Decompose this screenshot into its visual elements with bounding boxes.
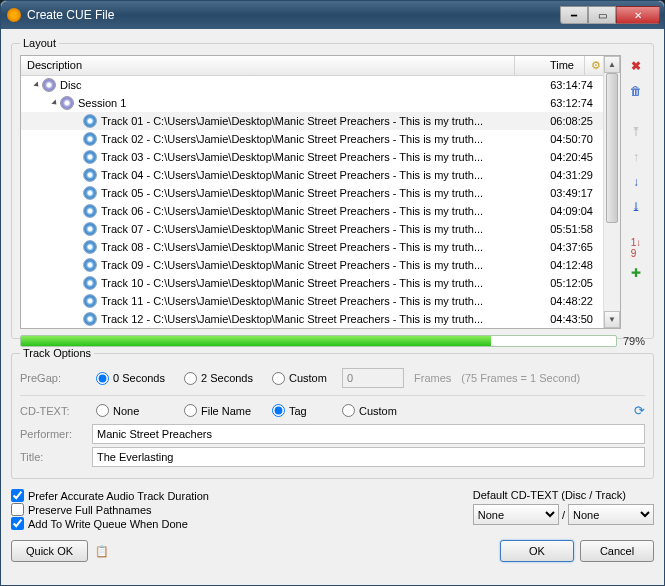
track-icon — [83, 114, 97, 128]
maximize-button[interactable]: ▭ — [588, 6, 616, 24]
session-icon — [60, 96, 74, 110]
track-row[interactable]: Track 05 - C:\Users\Jamie\Desktop\Manic … — [21, 184, 603, 202]
scroll-down-button[interactable]: ▼ — [604, 311, 620, 328]
track-icon — [83, 240, 97, 254]
track-row[interactable]: Track 03 - C:\Users\Jamie\Desktop\Manic … — [21, 148, 603, 166]
minimize-button[interactable]: ━ — [560, 6, 588, 24]
recycle-icon[interactable]: 🗑 — [628, 82, 645, 99]
titlebar: Create CUE File ━ ▭ ✕ — [1, 1, 664, 29]
add-icon[interactable]: ✚ — [628, 264, 645, 281]
add-to-queue-checkbox[interactable]: Add To Write Queue When Done — [11, 517, 209, 530]
cdtext-none-radio[interactable]: None — [96, 404, 174, 417]
move-bottom-icon[interactable]: ⤓ — [628, 198, 645, 215]
col-actions: ⚙ — [585, 56, 603, 75]
scroll-up-button[interactable]: ▲ — [604, 56, 620, 73]
track-row[interactable]: Track 04 - C:\Users\Jamie\Desktop\Manic … — [21, 166, 603, 184]
default-cdtext-label: Default CD-TEXT (Disc / Track) — [473, 489, 654, 501]
cdtext-label: CD-TEXT: — [20, 405, 86, 417]
pregap-0-radio[interactable]: 0 Seconds — [96, 372, 174, 385]
app-icon — [7, 8, 21, 22]
delete-icon[interactable]: ✖ — [628, 57, 645, 74]
title-input[interactable] — [92, 447, 645, 467]
track-icon — [83, 150, 97, 164]
preserve-pathnames-checkbox[interactable]: Preserve Full Pathnames — [11, 503, 209, 516]
refresh-icon[interactable]: ⟳ — [634, 403, 645, 418]
sort-icon[interactable]: 1↓9 — [628, 239, 645, 256]
default-cdtext-disc-select[interactable]: None — [473, 504, 559, 525]
frames-hint: (75 Frames = 1 Second) — [461, 372, 580, 384]
track-row[interactable]: Track 07 - C:\Users\Jamie\Desktop\Manic … — [21, 220, 603, 238]
track-icon — [83, 186, 97, 200]
window-title: Create CUE File — [27, 8, 560, 22]
scroll-thumb[interactable] — [606, 73, 618, 223]
default-cdtext-track-select[interactable]: None — [568, 504, 654, 525]
move-up-icon[interactable]: ↑ — [628, 148, 645, 165]
track-icon — [83, 294, 97, 308]
track-options-group: Track Options PreGap: 0 Seconds 2 Second… — [11, 347, 654, 479]
track-icon — [83, 312, 97, 326]
track-row[interactable]: Track 09 - C:\Users\Jamie\Desktop\Manic … — [21, 256, 603, 274]
ok-button[interactable]: OK — [500, 540, 574, 562]
track-row[interactable]: Track 08 - C:\Users\Jamie\Desktop\Manic … — [21, 238, 603, 256]
track-icon — [83, 258, 97, 272]
track-row[interactable]: Track 01 - C:\Users\Jamie\Desktop\Manic … — [21, 112, 603, 130]
track-icon — [83, 204, 97, 218]
cdtext-custom-radio[interactable]: Custom — [342, 404, 420, 417]
performer-input[interactable] — [92, 424, 645, 444]
disc-icon — [42, 78, 56, 92]
move-down-icon[interactable]: ↓ — [628, 173, 645, 190]
track-icon — [83, 132, 97, 146]
title-label: Title: — [20, 451, 86, 463]
track-options-legend: Track Options — [20, 347, 94, 359]
layout-group: Layout Description Time ⚙ Disc63:14:74Se… — [11, 37, 654, 339]
pregap-label: PreGap: — [20, 372, 86, 384]
progress-percent: 79% — [623, 335, 645, 347]
col-description[interactable]: Description — [21, 56, 515, 75]
quick-ok-button[interactable]: Quick OK — [11, 540, 88, 562]
col-time[interactable]: Time — [515, 56, 585, 75]
cdtext-tag-radio[interactable]: Tag — [272, 404, 332, 417]
track-icon — [83, 168, 97, 182]
track-row[interactable]: Track 02 - C:\Users\Jamie\Desktop\Manic … — [21, 130, 603, 148]
track-row[interactable]: Track 12 - C:\Users\Jamie\Desktop\Manic … — [21, 310, 603, 328]
performer-label: Performer: — [20, 428, 86, 440]
track-row[interactable]: Track 06 - C:\Users\Jamie\Desktop\Manic … — [21, 202, 603, 220]
track-icon — [83, 222, 97, 236]
layout-legend: Layout — [20, 37, 59, 49]
clipboard-icon[interactable]: 📋 — [94, 543, 110, 559]
move-top-icon[interactable]: ⤒ — [628, 123, 645, 140]
pregap-2-radio[interactable]: 2 Seconds — [184, 372, 262, 385]
disc-row[interactable]: Disc63:14:74 — [21, 76, 603, 94]
cdtext-filename-radio[interactable]: File Name — [184, 404, 262, 417]
pregap-custom-radio[interactable]: Custom — [272, 372, 332, 385]
track-row[interactable]: Track 10 - C:\Users\Jamie\Desktop\Manic … — [21, 274, 603, 292]
dialog-window: Create CUE File ━ ▭ ✕ Layout Description… — [0, 0, 665, 586]
session-row[interactable]: Session 163:12:74 — [21, 94, 603, 112]
track-icon — [83, 276, 97, 290]
cancel-button[interactable]: Cancel — [580, 540, 654, 562]
track-row[interactable]: Track 11 - C:\Users\Jamie\Desktop\Manic … — [21, 292, 603, 310]
frames-label: Frames — [414, 372, 451, 384]
progress-bar — [20, 335, 617, 347]
close-button[interactable]: ✕ — [616, 6, 660, 24]
pregap-frames-input[interactable] — [342, 368, 404, 388]
tree-rows[interactable]: Disc63:14:74Session 163:12:74Track 01 - … — [21, 76, 603, 328]
prefer-accurate-checkbox[interactable]: Prefer Accurate Audio Track Duration — [11, 489, 209, 502]
vertical-scrollbar[interactable]: ▲ ▼ — [603, 56, 620, 328]
